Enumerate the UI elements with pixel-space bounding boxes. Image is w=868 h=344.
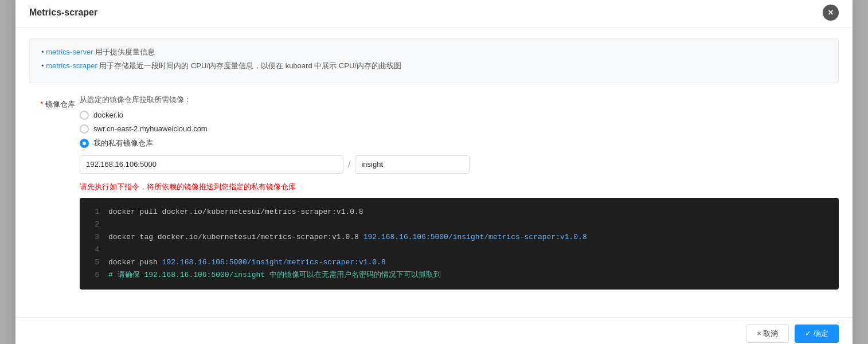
form-section: * 镜像仓库 从选定的镜像仓库拉取所需镜像： docker.io swr. xyxy=(29,95,839,299)
form-label: * 镜像仓库 xyxy=(29,95,75,110)
modal-dialog: Metrics-scraper × metrics-server 用于提供度量信… xyxy=(15,0,853,344)
cancel-button[interactable]: × 取消 xyxy=(746,325,789,343)
metrics-server-link[interactable]: metrics-server xyxy=(46,48,93,56)
radio-circle-huawei xyxy=(80,124,89,134)
form-content: 从选定的镜像仓库拉取所需镜像： docker.io swr.cn-east-2.… xyxy=(80,95,839,299)
info-box: metrics-server 用于提供度量信息 metrics-scraper … xyxy=(29,38,839,83)
radio-option-docker[interactable]: docker.io xyxy=(80,111,839,120)
code-line-1: 1 docker pull docker.io/kubernetesui/met… xyxy=(90,206,828,218)
registry-input[interactable] xyxy=(80,155,343,174)
slash-divider: / xyxy=(348,159,350,170)
radio-group: docker.io swr.cn-east-2.myhuaweicloud.co… xyxy=(80,111,839,148)
radio-option-private[interactable]: 我的私有镜像仓库 xyxy=(80,138,839,148)
info-item-1: metrics-server 用于提供度量信息 xyxy=(41,47,827,57)
code-line-3: 3 docker tag docker.io/kubernetesui/metr… xyxy=(90,231,828,244)
repo-input[interactable] xyxy=(355,155,470,174)
modal-footer: × 取消 ✓ 确定 xyxy=(15,317,853,344)
input-row: / xyxy=(80,155,839,174)
radio-circle-private xyxy=(80,139,89,148)
code-line-6: 6 # 请确保 192.168.16.106:5000/insight 中的镜像… xyxy=(90,269,828,282)
code-line-2: 2 xyxy=(90,218,828,231)
confirm-button[interactable]: ✓ 确定 xyxy=(795,325,839,343)
radio-label-private: 我的私有镜像仓库 xyxy=(93,138,153,148)
modal-overlay: Metrics-scraper × metrics-server 用于提供度量信… xyxy=(0,0,868,344)
info-list: metrics-server 用于提供度量信息 metrics-scraper … xyxy=(41,47,827,71)
modal-body: metrics-server 用于提供度量信息 metrics-scraper … xyxy=(15,28,853,318)
warning-text: 请先执行如下指令，将所依赖的镜像推送到您指定的私有镜像仓库 xyxy=(80,182,839,192)
radio-label-huawei: swr.cn-east-2.myhuaweicloud.com xyxy=(93,124,208,133)
modal-title: Metrics-scraper xyxy=(29,7,97,18)
registry-prompt: 从选定的镜像仓库拉取所需镜像： xyxy=(80,95,839,105)
code-block: 1 docker pull docker.io/kubernetesui/met… xyxy=(80,198,839,290)
code-line-5: 5 docker push 192.168.16.106:5000/insigh… xyxy=(90,256,828,269)
metrics-scraper-link[interactable]: metrics-scraper xyxy=(46,61,97,70)
close-button[interactable]: × xyxy=(823,5,839,21)
radio-option-huawei[interactable]: swr.cn-east-2.myhuaweicloud.com xyxy=(80,124,839,134)
info-item-2: metrics-scraper 用于存储最近一段时间内的 CPU/内存度量信息，… xyxy=(41,61,827,71)
modal-header: Metrics-scraper × xyxy=(15,0,853,28)
code-line-4: 4 xyxy=(90,244,828,256)
radio-circle-docker xyxy=(80,111,89,120)
radio-label-docker: docker.io xyxy=(93,111,123,119)
